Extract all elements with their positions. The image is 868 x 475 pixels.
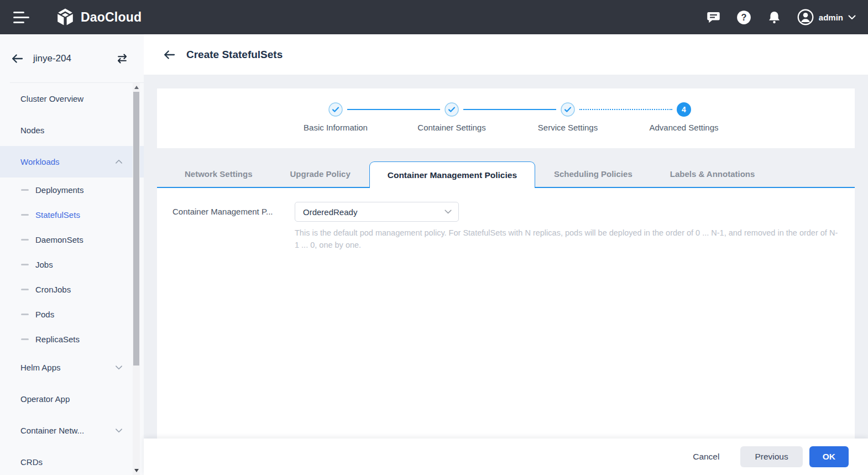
tab-network-settings[interactable]: Network Settings — [166, 161, 271, 187]
sidebar-item-nodes[interactable]: Nodes — [0, 114, 144, 146]
footer-actions: Cancel Previous OK — [144, 439, 868, 475]
field-help-text: This is the default pod management polic… — [295, 227, 839, 251]
step-connector-dotted — [579, 109, 672, 110]
sidebar-item-deployments[interactable]: Deployments — [0, 178, 144, 202]
select-value: OrderedReady — [303, 207, 445, 217]
chevron-up-icon — [115, 158, 123, 165]
sidebar-menu: Cluster OverviewNodesWorkloadsDeployment… — [0, 83, 144, 475]
step-label: Service Settings — [507, 123, 629, 132]
sidebar-item-cluster-overview[interactable]: Cluster Overview — [0, 83, 144, 114]
scroll-down-icon[interactable] — [133, 467, 140, 474]
sidebar-item-label: Jobs — [35, 260, 130, 269]
sidebar-item-workloads[interactable]: Workloads — [0, 146, 144, 178]
step-check-icon[interactable] — [561, 102, 575, 117]
dash-icon — [21, 338, 29, 340]
previous-button[interactable]: Previous — [740, 446, 802, 467]
menu-icon[interactable] — [13, 12, 31, 23]
cluster-name: jinye-204 — [33, 53, 116, 64]
tab-scheduling-policies[interactable]: Scheduling Policies — [535, 161, 651, 187]
step-label: Advanced Settings — [623, 123, 745, 132]
sidebar-scrollbar[interactable] — [133, 83, 140, 475]
daocloud-logo-icon — [55, 7, 75, 27]
tab-upgrade-policy[interactable]: Upgrade Policy — [271, 161, 369, 187]
sidebar-scrollbar-thumb[interactable] — [133, 92, 139, 366]
sidebar-header: jinye-204 — [0, 34, 144, 83]
sidebar-item-label: Operator App — [20, 394, 130, 404]
brand-name: DaoCloud — [81, 10, 142, 25]
help-icon[interactable]: ? — [736, 10, 751, 25]
sidebar-item-label: Helm Apps — [20, 363, 115, 372]
svg-text:?: ? — [741, 12, 746, 22]
step-current-badge[interactable]: 4 — [677, 102, 691, 117]
sidebar-item-operator-app[interactable]: Operator App — [0, 383, 144, 415]
step-connector — [347, 109, 440, 110]
switch-cluster-icon[interactable] — [116, 53, 128, 64]
chevron-down-icon — [115, 427, 123, 434]
sidebar-item-replicasets[interactable]: ReplicaSets — [0, 327, 144, 352]
form-row: Container Management P... OrderedReady T… — [172, 202, 839, 251]
step-label: Basic Information — [275, 123, 396, 132]
dash-icon — [21, 239, 29, 241]
sidebar-item-cronjobs[interactable]: CronJobs — [0, 277, 144, 302]
back-arrow-icon[interactable] — [11, 54, 23, 64]
sidebar-item-daemonsets[interactable]: DaemonSets — [0, 227, 144, 252]
sidebar-item-statefulsets[interactable]: StatefulSets — [0, 202, 144, 227]
dash-icon — [21, 289, 29, 290]
field-label: Container Management P... — [172, 202, 295, 222]
sidebar-item-label: CRDs — [20, 457, 130, 467]
sidebar-item-label: StatefulSets — [35, 210, 130, 220]
step-label: Container Settings — [391, 123, 513, 132]
topbar: DaoCloud ? — [0, 0, 868, 34]
avatar-icon — [797, 9, 814, 25]
sidebar-item-label: Container Netw... — [20, 426, 115, 435]
step-check-icon[interactable] — [328, 102, 343, 117]
field: OrderedReady This is the default pod man… — [295, 202, 839, 251]
user-menu[interactable]: admin — [797, 9, 856, 25]
chevron-down-icon — [848, 15, 856, 20]
cancel-button[interactable]: Cancel — [678, 446, 734, 467]
chevron-down-icon — [115, 364, 123, 371]
page-header: Create StatefulSets — [144, 34, 868, 75]
sidebar-item-label: CronJobs — [35, 285, 130, 294]
tab-bar: Network SettingsUpgrade PolicyContainer … — [157, 161, 855, 188]
sidebar-item-crds[interactable]: CRDs — [0, 446, 144, 475]
pod-management-policy-select[interactable]: OrderedReady — [295, 202, 459, 222]
tab-container-management-policies[interactable]: Container Management Policies — [369, 161, 535, 188]
sidebar-item-container-netw[interactable]: Container Netw... — [0, 415, 144, 446]
sidebar: jinye-204 Cluster OverviewNodesWorkloads… — [0, 34, 144, 475]
chevron-down-icon — [445, 210, 452, 214]
brand[interactable]: DaoCloud — [55, 7, 142, 27]
sidebar-item-label: DaemonSets — [35, 235, 130, 244]
sidebar-item-jobs[interactable]: Jobs — [0, 252, 144, 277]
messages-icon[interactable] — [706, 10, 721, 25]
notifications-icon[interactable] — [767, 10, 782, 25]
topbar-actions: ? admin — [706, 9, 856, 25]
ok-button[interactable]: OK — [809, 446, 849, 467]
dash-icon — [21, 264, 29, 265]
scroll-up-icon[interactable] — [133, 84, 140, 91]
dash-icon — [21, 189, 29, 191]
main-content: Create StatefulSets Basic InformationCon… — [144, 34, 868, 475]
tab-labels-annotations[interactable]: Labels & Annotations — [651, 161, 774, 187]
dash-icon — [21, 314, 29, 315]
dash-icon — [21, 214, 29, 216]
sidebar-item-label: Deployments — [35, 185, 130, 195]
page-title: Create StatefulSets — [186, 49, 283, 61]
tab-content: Container Management P... OrderedReady T… — [157, 188, 855, 439]
sidebar-item-label: Cluster Overview — [20, 94, 130, 103]
sidebar-item-helm-apps[interactable]: Helm Apps — [0, 352, 144, 383]
stepper: Basic InformationContainer SettingsServi… — [157, 88, 855, 148]
step-check-icon[interactable] — [445, 102, 459, 117]
sidebar-item-label: ReplicaSets — [35, 335, 130, 344]
step-connector — [463, 109, 556, 110]
page-back-arrow-icon[interactable] — [163, 50, 175, 60]
sidebar-item-label: Pods — [35, 310, 130, 319]
username: admin — [819, 13, 843, 22]
sidebar-item-label: Workloads — [20, 157, 115, 166]
sidebar-item-label: Nodes — [20, 126, 130, 135]
sidebar-item-pods[interactable]: Pods — [0, 302, 144, 327]
